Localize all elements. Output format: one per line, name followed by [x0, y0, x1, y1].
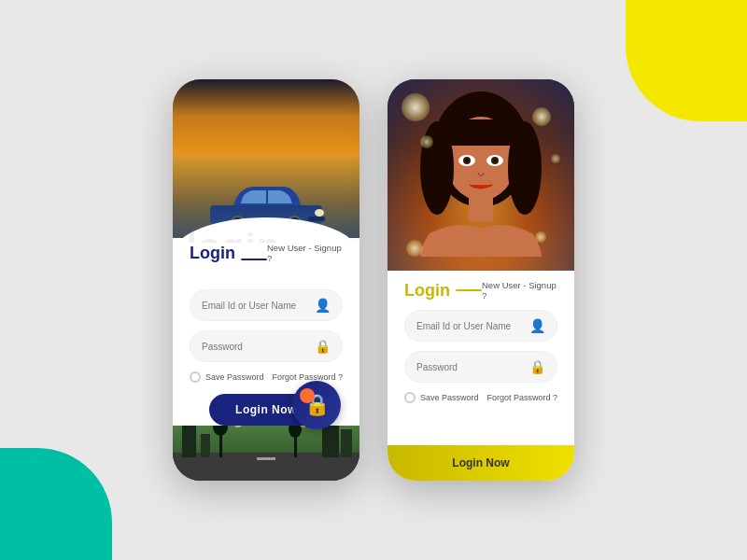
sky-bg	[173, 79, 359, 154]
user-dot	[300, 388, 315, 403]
light-orb-3	[420, 135, 433, 148]
hero-image-car	[173, 79, 359, 238]
phones-container: login Login New User - Signup ? 👤 🔒	[173, 79, 574, 481]
login-form-phone2: Login New User - Signup ? 👤 🔒 Save Passw…	[388, 271, 574, 403]
form-header-2: Login New User - Signup ?	[404, 280, 557, 301]
save-password-left-2: Save Password	[404, 392, 479, 403]
title-underline	[241, 259, 267, 261]
phone-2: Login New User - Signup ? 👤 🔒 Save Passw…	[388, 79, 574, 481]
signup-link-phone1[interactable]: New User - Signup ?	[267, 243, 343, 263]
lock-icon-2: 🔒	[529, 359, 545, 374]
svg-point-30	[493, 159, 497, 162]
svg-rect-24	[445, 119, 516, 146]
svg-point-27	[465, 159, 469, 162]
login-title-2: Login	[404, 281, 450, 301]
user-icon: 👤	[315, 298, 331, 313]
lock-badge: 🔒	[292, 381, 341, 429]
svg-rect-13	[341, 429, 352, 457]
user-icon-2: 👤	[529, 318, 545, 333]
password-input-phone2[interactable]	[416, 362, 529, 372]
password-field-phone2[interactable]: 🔒	[404, 351, 557, 383]
lock-icon: 🔒	[315, 339, 331, 354]
email-field-phone1[interactable]: 👤	[190, 289, 343, 321]
password-field-phone1[interactable]: 🔒	[190, 330, 343, 362]
login-button-phone2[interactable]: Login Now	[388, 445, 574, 481]
light-orb-6	[535, 231, 546, 243]
light-orb-1	[402, 93, 430, 121]
svg-rect-9	[257, 457, 275, 460]
forgot-password-link-2[interactable]: Forgot Password ?	[486, 393, 557, 402]
svg-rect-10	[182, 425, 196, 457]
save-password-label-2: Save Password	[420, 393, 479, 402]
save-password-radio[interactable]	[190, 371, 201, 383]
save-row-phone2: Save Password Forgot Password ?	[404, 392, 557, 403]
email-field-phone2[interactable]: 👤	[404, 310, 557, 342]
login-title: Login	[190, 244, 235, 263]
light-orb-2	[532, 107, 551, 126]
forgot-password-link[interactable]: Forgot Password ?	[272, 372, 343, 382]
save-password-radio-2[interactable]	[404, 392, 416, 403]
title-underline-2	[456, 289, 482, 292]
light-orb-4	[551, 154, 560, 163]
light-orb-5	[406, 240, 423, 257]
save-password-left: Save Password	[190, 371, 264, 383]
svg-rect-11	[201, 434, 210, 457]
hero-image-woman	[388, 79, 574, 275]
phone-1: login Login New User - Signup ? 👤 🔒	[173, 79, 359, 481]
bg-yellow-shape	[626, 0, 747, 121]
form-header: Login New User - Signup ?	[190, 243, 343, 276]
email-input-phone1[interactable]	[202, 301, 315, 311]
password-input-phone1[interactable]	[202, 342, 315, 352]
bg-teal-shape	[0, 448, 112, 560]
email-input-phone2[interactable]	[416, 321, 529, 331]
signup-link-phone2[interactable]: New User - Signup ?	[482, 280, 557, 301]
svg-rect-31	[469, 198, 493, 221]
save-password-label: Save Password	[205, 372, 264, 382]
